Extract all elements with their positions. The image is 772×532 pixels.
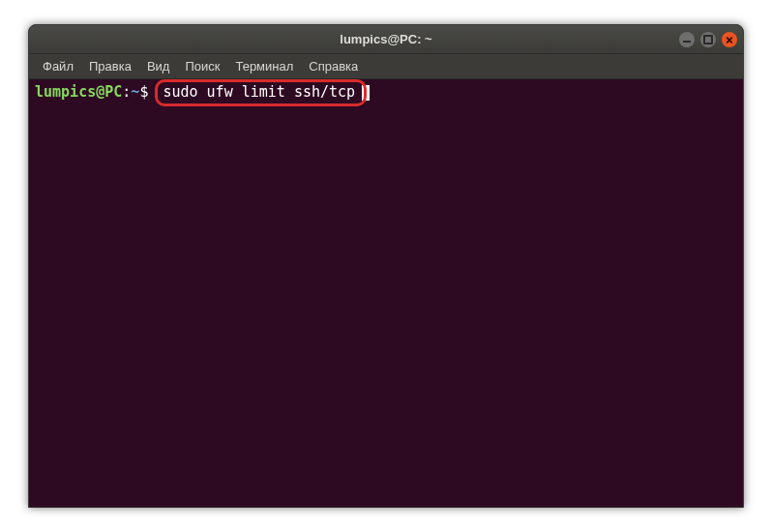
menu-search[interactable]: Поиск	[177, 56, 227, 76]
prompt-symbol: $	[139, 83, 148, 101]
cursor-icon	[362, 85, 370, 101]
command-text: sudo ufw limit ssh/tcp	[163, 83, 355, 101]
maximize-button[interactable]	[700, 32, 716, 47]
command-highlight: sudo ufw limit ssh/tcp	[157, 83, 361, 103]
close-button[interactable]	[722, 32, 737, 47]
terminal-body[interactable]: lumpics@PC:~$ sudo ufw limit ssh/tcp	[29, 79, 743, 507]
minimize-button[interactable]	[679, 32, 695, 47]
prompt-user-host: lumpics@PC	[35, 83, 122, 101]
prompt-line: lumpics@PC:~$ sudo ufw limit ssh/tcp	[35, 83, 737, 103]
terminal-window: lumpics@PC: ~ Файл Правка Вид Поиск Терм…	[28, 24, 744, 508]
window-controls	[679, 32, 737, 47]
prompt-separator: :	[122, 83, 131, 101]
menu-view[interactable]: Вид	[139, 56, 178, 76]
menubar: Файл Правка Вид Поиск Терминал Справка	[29, 54, 743, 79]
window-title: lumpics@PC: ~	[340, 32, 431, 46]
menu-help[interactable]: Справка	[301, 56, 366, 76]
menu-file[interactable]: Файл	[35, 56, 81, 76]
titlebar: lumpics@PC: ~	[29, 25, 743, 54]
menu-terminal[interactable]: Терминал	[227, 56, 301, 76]
menu-edit[interactable]: Правка	[81, 56, 139, 76]
